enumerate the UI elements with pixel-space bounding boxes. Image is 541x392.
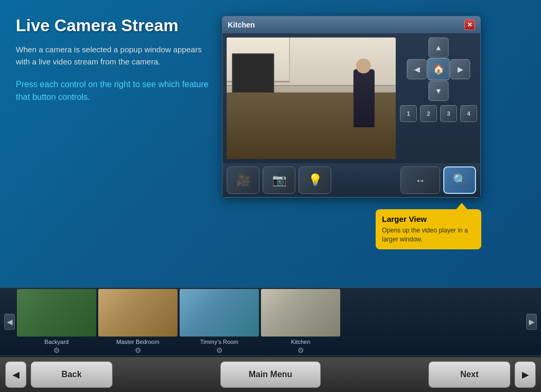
preset-buttons: 1 2 3 4 [400,105,477,122]
tooltip-title: Larger View [382,214,475,223]
thumb-icon-kitchen: ⚙ [261,346,340,354]
back-button[interactable]: Back [31,361,113,388]
thumb-icon-backyard: ⚙ [17,346,96,354]
light-button[interactable]: 💡 [299,166,331,194]
snapshot-button[interactable]: 📷 [263,166,295,194]
popup-title: Kitchen [228,21,255,29]
back-arrow-button[interactable]: ◀ [5,361,26,388]
thumb-icon-timmys: ⚙ [180,346,259,354]
camera-popup: Kitchen ✕ [222,16,481,198]
camera-strip: ◀ Backyard ⚙ Master Bedroom ⚙ Timmy's Ro… [0,287,541,356]
thumb-image-bedroom [98,289,178,337]
nav-bar: ◀ Back Main Menu Next ▶ [0,356,541,392]
tooltip-description: Opens up the video player in a larger wi… [382,226,475,244]
thumb-label-kitchen: Kitchen [261,339,340,345]
thumb-image-backyard [17,289,96,337]
kitchen-scene [227,38,396,159]
camera-thumb-kitchen[interactable]: Kitchen ⚙ [261,289,340,354]
camera-thumbnails: Backyard ⚙ Master Bedroom ⚙ Timmy's Room… [15,287,526,356]
ptz-controls: ▲ ▼ ◀ ▶ 🏠 1 2 3 4 [400,38,477,159]
pan-button[interactable]: ↔ [400,166,440,194]
camera-toolbar: 🎥 📷 💡 ↔ 🔍 Larger View Opens up the video… [222,163,480,197]
kitchen-figure [353,69,375,127]
next-arrow-button[interactable]: ▶ [515,361,536,388]
thumb-label-backyard: Backyard [17,339,96,345]
description: When a camera is selected a popup window… [16,44,211,68]
ptz-left-button[interactable]: ◀ [407,59,427,79]
instruction: Press each control on the right to see w… [16,78,211,104]
camera-thumb-bedroom[interactable]: Master Bedroom ⚙ [98,289,178,354]
popup-body: ▲ ▼ ◀ ▶ 🏠 1 2 3 4 [222,33,480,163]
video-area [227,38,396,159]
preset-1-button[interactable]: 1 [400,105,417,122]
strip-next-button[interactable]: ▶ [526,314,537,330]
thumb-icon-bedroom: ⚙ [98,346,178,354]
thumb-label-bedroom: Master Bedroom [98,339,178,345]
ptz-diamond: ▲ ▼ ◀ ▶ 🏠 [407,38,470,101]
thumb-image-kitchen [261,289,340,337]
ptz-up-button[interactable]: ▲ [428,38,449,58]
page-title: Live Camera Stream [16,16,211,35]
video-record-button[interactable]: 🎥 [227,166,259,194]
camera-thumb-backyard[interactable]: Backyard ⚙ [17,289,96,354]
preset-2-button[interactable]: 2 [420,105,437,122]
zoom-button-container: 🔍 Larger View Opens up the video player … [443,166,476,194]
ptz-home-button[interactable]: 🏠 [427,58,450,80]
thumb-image-timmys [180,289,259,337]
main-menu-button[interactable]: Main Menu [220,361,321,388]
tooltip: Larger View Opens up the video player in… [376,209,481,249]
preset-4-button[interactable]: 4 [460,105,477,122]
camera-thumb-timmys[interactable]: Timmy's Room ⚙ [180,289,259,354]
popup-header: Kitchen ✕ [222,16,480,33]
close-button[interactable]: ✕ [464,20,475,30]
zoom-button[interactable]: 🔍 [443,166,476,194]
strip-prev-button[interactable]: ◀ [4,314,15,330]
next-button[interactable]: Next [428,361,510,388]
thumb-label-timmys: Timmy's Room [180,339,259,345]
preset-3-button[interactable]: 3 [440,105,457,122]
ptz-down-button[interactable]: ▼ [428,81,449,101]
ptz-right-button[interactable]: ▶ [450,59,470,79]
